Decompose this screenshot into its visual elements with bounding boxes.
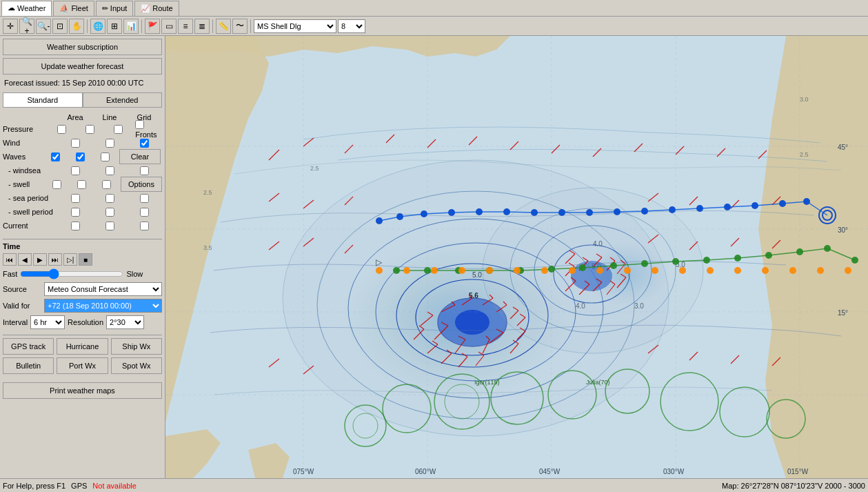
current-grid-cb[interactable] [140,222,149,230]
pressure-area-cb[interactable] [57,125,66,134]
time-prev-btn[interactable]: ◀ [18,253,32,266]
swell-period-grid-cb[interactable] [140,208,149,217]
svg-text:2.5: 2.5 [203,189,212,196]
source-select[interactable]: Meteo Consult Forecast [44,282,162,296]
valid-for-select[interactable]: +72 (18 Sep 2010 00:00) [44,299,162,313]
pressure-grid-cb[interactable] [114,125,123,134]
grid-btn[interactable]: ⊞ [107,19,122,34]
align2-btn[interactable]: ≣ [194,19,210,34]
flag-btn[interactable]: 🚩 [145,19,160,34]
sea-period-area-cb[interactable] [71,194,80,203]
sidebar: Weather subscription Update weather fore… [0,36,165,478]
svg-point-181 [817,267,824,274]
chart-btn[interactable]: 📊 [123,19,139,34]
sep3 [212,19,213,33]
resolution-select[interactable]: 2°30 [106,315,144,329]
svg-text:075°W: 075°W [293,468,314,475]
hurricane-btn[interactable]: Hurricane [57,338,108,355]
tab-fleet[interactable]: ⛵ Fleet [53,1,94,16]
font-select[interactable]: MS Shell Dlg [254,19,336,33]
wind-line-cb[interactable] [105,139,114,148]
fronts-cb[interactable] [135,120,144,129]
globe-btn[interactable]: 🌐 [90,19,105,34]
sea-period-line-cb[interactable] [105,194,114,203]
bottom-btn-row2: Bulletin Port Wx Spot Wx [3,357,162,374]
svg-text:15°: 15° [838,309,848,317]
svg-point-169 [486,267,493,274]
wind-area-cb[interactable] [71,139,80,148]
measure-btn[interactable]: 📏 [216,19,231,34]
divider1 [3,239,162,239]
options-btn[interactable]: Options [121,177,162,192]
current-area-cb[interactable] [71,222,80,230]
svg-point-165 [376,267,383,274]
print-maps-btn[interactable]: Print weather maps [3,382,162,399]
tab-input[interactable]: ✏ Input [96,1,133,16]
pressure-row: Pressure Fronts [3,123,162,135]
tab-weather-label: Weather [17,4,46,12]
pan-btn[interactable]: ✋ [69,19,84,34]
tab-route[interactable]: 📈 Route [134,1,179,16]
swell-period-line-cb[interactable] [105,208,114,217]
bulletin-btn[interactable]: Bulletin [3,357,54,374]
waves-line-cb[interactable] [76,152,85,161]
align-btn[interactable]: ≡ [178,19,193,34]
update-forecast-btn[interactable]: Update weather forecast [3,58,162,75]
swell-grid-cb[interactable] [102,180,111,189]
swell-line-cb[interactable] [77,180,86,189]
time-next-btn[interactable]: ⏭ [48,253,62,266]
svg-text:4.0: 4.0 [593,240,603,248]
sep2 [141,19,142,33]
sea-period-grid-cb[interactable] [140,194,149,203]
zoom-in-btn[interactable]: 🔍+ [19,19,34,34]
interval-select[interactable]: 6 hr [30,315,65,329]
tab-extended[interactable]: Extended [83,92,163,108]
time-play-btn[interactable]: ▶ [33,253,47,266]
svg-point-180 [789,267,796,274]
waves-grid-cb[interactable] [101,152,110,161]
cursor-btn[interactable]: ✛ [3,19,18,34]
svg-point-171 [541,267,548,274]
map-area[interactable]: Sat 18 September 2010 00:00 UTC [165,36,868,478]
svg-point-170 [514,267,521,274]
swell-period-area-cb[interactable] [71,208,80,217]
time-step-btn[interactable]: ▷| [63,253,77,266]
wind-btn[interactable]: 〜 [232,19,248,34]
svg-point-179 [762,267,769,274]
clear-btn[interactable]: Clear [119,149,161,164]
weather-subscription-btn[interactable]: Weather subscription [3,39,162,55]
rect-btn[interactable]: ▭ [161,19,176,34]
waves-area-cb[interactable] [51,152,60,161]
zoom-out-btn[interactable]: 🔍- [36,19,51,34]
current-line-cb[interactable] [105,222,114,230]
svg-text:2.5: 2.5 [310,165,319,172]
time-first-btn[interactable]: ⏮ [3,253,17,266]
windsea-grid-cb[interactable] [140,166,149,175]
standard-extended-tabs: Standard Extended [3,92,162,108]
gps-status: Not available [92,482,137,490]
swell-period-row: - swell period [3,206,162,218]
wind-grid-cb[interactable] [140,139,149,148]
source-label: Source [3,285,44,293]
svg-text:045°W: 045°W [539,468,561,475]
port-wx-btn[interactable]: Port Wx [57,357,108,374]
ship-wx-btn[interactable]: Ship Wx [111,338,162,355]
tab-standard[interactable]: Standard [3,92,83,108]
map-info: Map: 26°27'28"N 087°10'23"V 2000 - 3000 [722,482,865,490]
current-row: Current [3,219,162,232]
zoom-fit-btn[interactable]: ⊡ [52,19,68,34]
pressure-line-cb[interactable] [85,125,94,134]
windsea-area-cb[interactable] [71,166,80,175]
tab-weather[interactable]: ☁ Weather [1,1,52,16]
slow-label: Slow [126,270,143,278]
swell-area-cb[interactable] [52,180,61,189]
gps-track-btn[interactable]: GPS track [3,338,54,355]
sep4 [250,19,251,33]
svg-point-12 [455,310,489,335]
time-stop-btn[interactable]: ■ [79,253,92,266]
speed-slider[interactable] [20,268,123,279]
font-size-select[interactable]: 89101112 [338,19,365,33]
resolution-label: Resolution [68,318,103,326]
spot-wx-btn[interactable]: Spot Wx [111,357,162,374]
windsea-line-cb[interactable] [105,166,114,175]
